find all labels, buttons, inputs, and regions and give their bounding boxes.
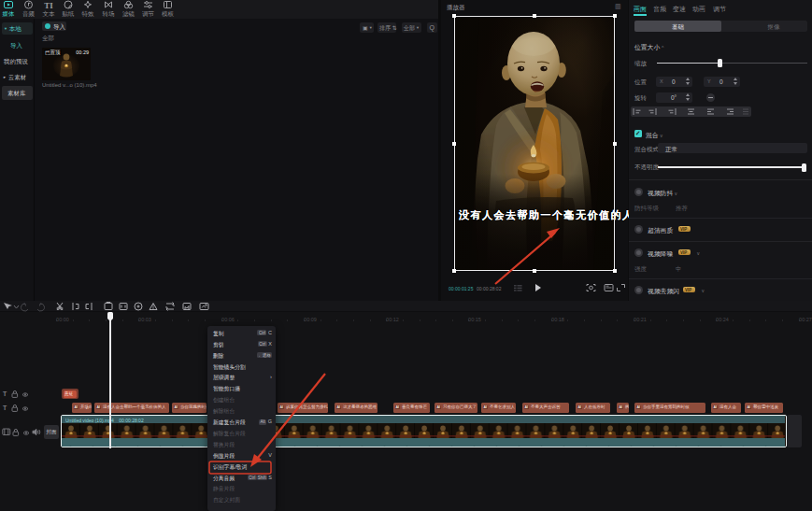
svg-text:TI: TI	[44, 1, 53, 10]
